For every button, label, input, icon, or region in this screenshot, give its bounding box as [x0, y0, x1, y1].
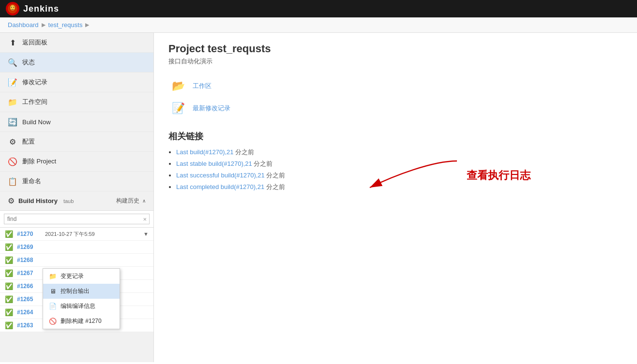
context-menu-item-delete-build[interactable]: 🚫 删除构建 #1270 — [43, 314, 120, 329]
main-content: Project test_requsts 接口自动化演示 📂 工作区 📝 最新修… — [154, 33, 637, 362]
svg-point-3 — [14, 7, 15, 8]
sidebar-icon-changes: 📝 — [8, 77, 17, 87]
build-history-left: ⚙ Build History taub — [8, 196, 74, 205]
svg-point-2 — [11, 7, 12, 8]
breadcrumb-sep-1: ▶ — [42, 22, 46, 28]
build-link-b1270[interactable]: #1270 — [17, 231, 41, 237]
build-status-icon: ✅ — [5, 308, 13, 316]
sidebar-item-workspace[interactable]: 📁 工作空间 — [0, 92, 153, 112]
build-link-b1268[interactable]: #1268 — [17, 257, 41, 263]
context-menu-item-console[interactable]: 🖥 控制台输出 — [43, 284, 120, 299]
build-link-b1264[interactable]: #1264 — [17, 309, 41, 316]
jenkins-logo-icon — [6, 2, 19, 15]
sidebar-icon-config: ⚙ — [8, 137, 17, 146]
sidebar-label-workspace: 工作空间 — [22, 98, 47, 106]
workspace-folder-icon: 📂 — [168, 77, 188, 95]
sidebar-icon-rename: 📋 — [8, 176, 17, 186]
sidebar-label-rename: 重命名 — [22, 177, 41, 186]
changes-link[interactable]: 最新修改记录 — [193, 104, 230, 112]
changes-link-item: 📝 最新修改记录 — [168, 100, 622, 117]
related-link-anchor-last-success[interactable]: Last successful build(#1270),21 — [176, 172, 265, 179]
build-status-icon: ✅ — [5, 230, 13, 238]
build-status-icon: ✅ — [5, 321, 13, 329]
build-time-b1270: 2021-10-27 下午5:59 — [45, 231, 95, 238]
context-menu-icon-delete-build: 🚫 — [49, 318, 57, 325]
build-item-b1268[interactable]: ✅ #1268 — [0, 254, 153, 267]
jenkins-logo[interactable]: Jenkins — [6, 2, 59, 15]
related-link-anchor-last-complete[interactable]: Last completed build(#1270),21 — [176, 183, 264, 190]
build-dropdown-btn[interactable]: ▼ — [143, 231, 149, 237]
sidebar-icon-workspace: 📁 — [8, 97, 17, 107]
sidebar-label-back: 返回面板 — [22, 38, 47, 47]
context-menu-icon-changes: 📁 — [49, 273, 57, 280]
app-header: Jenkins — [0, 0, 637, 17]
related-link-suffix-last-build: 分之前 — [234, 148, 255, 156]
related-link-last-build: Last build(#1270),21 分之前 — [176, 148, 622, 157]
sidebar-label-build-now: Build Now — [22, 118, 51, 126]
related-link-suffix-last-stable: 分之前 — [252, 160, 273, 167]
build-history-tab: taub — [63, 198, 74, 204]
workspace-link[interactable]: 工作区 — [193, 82, 212, 89]
build-status-icon: ✅ — [5, 243, 13, 251]
build-history-caret: ∧ — [142, 198, 146, 204]
sidebar-item-rename[interactable]: 📋 重命名 — [0, 172, 153, 191]
context-menu-item-edit-params[interactable]: 📄 编辑编译信息 — [43, 299, 120, 314]
project-links: 📂 工作区 📝 最新修改记录 — [168, 77, 622, 117]
sidebar-item-changes[interactable]: 📝 修改记录 — [0, 73, 153, 92]
build-link-b1265[interactable]: #1265 — [17, 296, 41, 303]
breadcrumb: Dashboard ▶ test_requsts ▶ — [0, 17, 637, 33]
build-history-right[interactable]: 构建历史 ∧ — [116, 197, 146, 205]
context-menu-item-changes[interactable]: 📁 变更记录 — [43, 269, 120, 284]
build-status-icon: ✅ — [5, 256, 13, 264]
build-history-header: ⚙ Build History taub 构建历史 ∧ — [0, 191, 153, 211]
search-clear-button[interactable]: × — [143, 216, 147, 223]
main-layout: ⬆ 返回面板 🔍 状态 📝 修改记录 📁 工作空间 🔄 Build Now ⚙ … — [0, 33, 637, 362]
context-menu-label-delete-build: 删除构建 #1270 — [61, 317, 102, 325]
context-menu-icon-edit-params: 📄 — [49, 303, 57, 310]
build-link-b1267[interactable]: #1267 — [17, 270, 41, 277]
sidebar: ⬆ 返回面板 🔍 状态 📝 修改记录 📁 工作空间 🔄 Build Now ⚙ … — [0, 33, 154, 362]
build-status-icon: ✅ — [5, 295, 13, 303]
changes-icon: 📝 — [168, 100, 188, 117]
sidebar-icon-delete: 🚫 — [8, 157, 17, 166]
sidebar-item-delete[interactable]: 🚫 删除 Project — [0, 152, 153, 172]
build-link-b1266[interactable]: #1266 — [17, 283, 41, 290]
breadcrumb-sep-2: ▶ — [85, 22, 89, 28]
related-link-anchor-last-stable[interactable]: Last stable build(#1270),21 — [176, 160, 252, 167]
sidebar-label-status: 状态 — [22, 58, 35, 67]
build-status-icon: ✅ — [5, 282, 13, 290]
changes-link-text: 最新修改记录 — [193, 104, 230, 113]
build-history-title: Build History — [18, 197, 58, 204]
related-link-suffix-last-complete: 分之前 — [264, 183, 285, 190]
annotation-text: 查看执行日志 — [467, 168, 531, 183]
sidebar-item-status[interactable]: 🔍 状态 — [0, 53, 153, 73]
build-link-b1269[interactable]: #1269 — [17, 244, 41, 250]
build-search-bar: × — [0, 211, 153, 228]
annotation-arrow — [365, 156, 462, 195]
sidebar-icon-back: ⬆ — [8, 38, 17, 47]
breadcrumb-project[interactable]: test_requsts — [48, 21, 83, 29]
sidebar-label-changes: 修改记录 — [22, 78, 47, 87]
sidebar-nav: ⬆ 返回面板 🔍 状态 📝 修改记录 📁 工作空间 🔄 Build Now ⚙ … — [0, 33, 153, 191]
sidebar-item-build-now[interactable]: 🔄 Build Now — [0, 112, 153, 132]
sidebar-icon-status: 🔍 — [8, 58, 17, 67]
context-menu-label-edit-params: 编辑编译信息 — [61, 302, 95, 310]
related-link-anchor-last-build[interactable]: Last build(#1270),21 — [176, 148, 234, 156]
sidebar-label-delete: 删除 Project — [22, 157, 56, 166]
workspace-link-item: 📂 工作区 — [168, 77, 622, 95]
sidebar-item-config[interactable]: ⚙ 配置 — [0, 132, 153, 152]
build-item-b1269[interactable]: ✅ #1269 — [0, 241, 153, 254]
breadcrumb-dashboard[interactable]: Dashboard — [8, 21, 39, 29]
build-history-label: 构建历史 — [116, 197, 139, 205]
context-menu-icon-console: 🖥 — [49, 288, 57, 295]
build-search-input[interactable] — [4, 214, 150, 224]
build-item-b1270[interactable]: ✅ #1270 2021-10-27 下午5:59 ▼ — [0, 228, 153, 241]
sidebar-label-config: 配置 — [22, 137, 35, 146]
build-context-menu: 📁 变更记录 🖥 控制台输出 📄 编辑编译信息 🚫 删除构建 #1270 — [43, 268, 120, 329]
project-subtitle: 接口自动化演示 — [168, 57, 622, 66]
workspace-link-text: 工作区 — [193, 82, 212, 90]
build-status-icon: ✅ — [5, 269, 13, 277]
build-link-b1263[interactable]: #1263 — [17, 322, 41, 329]
related-link-suffix-last-success: 分之前 — [265, 172, 286, 179]
sidebar-item-back[interactable]: ⬆ 返回面板 — [0, 33, 153, 53]
